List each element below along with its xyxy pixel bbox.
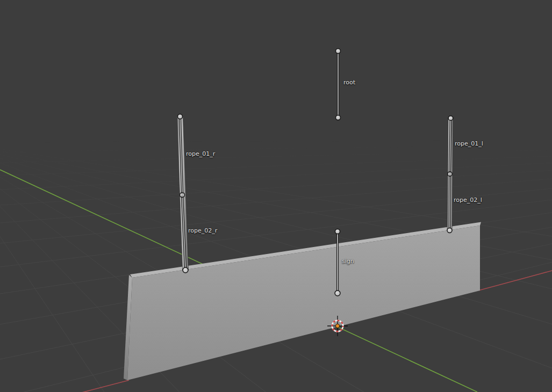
3d-viewport[interactable]: root rope_01_r rope_02_r rope_01_l rope_… — [0, 0, 552, 392]
scene-canvas[interactable] — [0, 0, 552, 392]
